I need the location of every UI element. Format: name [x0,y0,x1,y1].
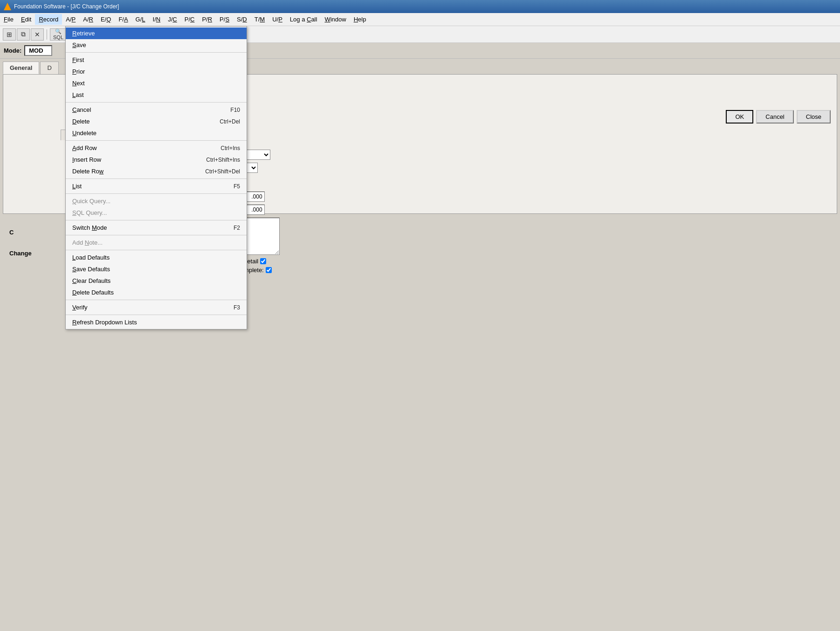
menu-item-verify[interactable]: VerifyF3 [66,302,247,313]
menu-item-label-last: Last [72,91,240,98]
menu-item-label-undelete: Undelete [72,130,240,137]
menu-item-label-sqlquery: SQL Query... [72,209,240,216]
unit-price-checkbox[interactable] [260,258,266,264]
menu-bar-overlay: File Edit Record A/P A/R E/Q F/A G/L I/N… [0,13,840,26]
menu-shortcut-delete: Ctrl+Del [220,118,240,125]
menu-item-deleterow[interactable]: Delete RowCtrl+Shift+Del [66,165,247,177]
menu-help[interactable]: Help [350,14,370,25]
menu-ap[interactable]: A/P [62,14,79,25]
close-button[interactable]: Close [797,110,831,123]
menu-shortcut-addrow: Ctrl+Ins [220,145,240,151]
menu-item-label-loaddefaults: Load Defaults [72,254,240,261]
menu-separator [66,300,247,300]
menu-item-deletedefaults[interactable]: Delete Defaults [66,287,247,298]
title-text: Foundation Software - [J/C Change Order] [14,3,119,10]
menu-item-switchmode[interactable]: Switch ModeF2 [66,222,247,233]
menu-item-label-verify: Verify [72,304,234,311]
toolbar-search-btn[interactable]: 🔍SQL [50,28,67,41]
menu-fa[interactable]: F/A [115,14,131,25]
menu-item-label-addrow: Add Row [72,144,220,151]
cancel-button[interactable]: Cancel [756,110,793,123]
menu-item-label-savedefaults: Save Defaults [72,266,240,273]
mode-label: Mode: [4,47,21,54]
menu-separator [66,315,247,315]
menu-item-label-prior: Prior [72,68,240,75]
menu-window[interactable]: Window [321,14,350,25]
menu-item-label-addnote: Add Note... [72,239,240,246]
menu-tm[interactable]: T/M [251,14,269,25]
menu-up[interactable]: U/P [269,14,286,25]
menu-item-savedefaults[interactable]: Save Defaults [66,263,247,275]
menu-item-insertrow[interactable]: Insert RowCtrl+Shift+Ins [66,154,247,165]
toolbar-copy-btn[interactable]: ⧉ [17,28,30,41]
menu-shortcut-cancel: F10 [230,107,240,113]
menu-separator [66,178,247,179]
menu-item-label-switchmode: Switch Mode [72,224,234,231]
menu-item-cleardefaults[interactable]: Clear Defaults [66,275,247,287]
menu-item-undelete[interactable]: Undelete [66,127,247,139]
menu-item-label-quickquery: Quick Query... [72,198,240,205]
menu-sd[interactable]: S/D [233,14,251,25]
app-icon [4,3,11,10]
menu-item-sqlquery: SQL Query... [66,207,247,219]
dialog-buttons: OK Cancel Close [726,110,831,123]
menu-item-label-cancel: Cancel [72,106,230,113]
menu-item-label-insertrow: Insert Row [72,156,206,163]
menu-item-label-deleterow: Delete Row [72,168,205,175]
tab-general[interactable]: General [3,62,39,74]
menu-in[interactable]: I/N [149,14,165,25]
menu-item-cancel[interactable]: CancelF10 [66,104,247,116]
menu-item-refreshdropdowns[interactable]: Refresh Dropdown Lists [66,316,247,328]
tab-d[interactable]: D [40,62,58,74]
menu-item-label-cleardefaults: Clear Defaults [72,277,240,284]
menu-item-prior[interactable]: Prior [66,66,247,77]
menu-item-label-first: First [72,56,240,63]
menu-item-label-delete: Delete [72,118,220,125]
menu-shortcut-deleterow: Ctrl+Shift+Del [205,168,240,175]
menu-item-delete[interactable]: DeleteCtrl+Del [66,116,247,127]
menu-separator [66,235,247,235]
menu-separator [66,140,247,141]
menu-item-retrieve[interactable]: Retrieve [66,27,247,39]
toolbar-sep-1 [47,29,47,40]
menu-eq[interactable]: E/Q [97,14,115,25]
menu-jc[interactable]: J/C [164,14,181,25]
menu-item-label-deletedefaults: Delete Defaults [72,289,240,296]
menu-separator [66,250,247,250]
record-dropdown-menu: RetrieveSaveFirstPriorNextLastCancelF10D… [65,26,247,329]
menu-logcall[interactable]: Log a Call [286,14,321,25]
menu-shortcut-verify: F3 [234,304,240,311]
change-label: Change [9,250,32,257]
toolbar-close-btn[interactable]: ✕ [31,28,44,41]
ok-button[interactable]: OK [726,110,753,123]
menu-item-loaddefaults[interactable]: Load Defaults [66,252,247,263]
menu-separator [66,102,247,103]
menu-pr[interactable]: P/R [198,14,216,25]
menu-ps[interactable]: P/S [216,14,233,25]
menu-item-first[interactable]: First [66,54,247,66]
menu-ar[interactable]: A/R [79,14,97,25]
menu-edit[interactable]: Edit [17,14,35,25]
menu-shortcut-insertrow: Ctrl+Shift+Ins [206,157,240,163]
menu-item-list[interactable]: ListF5 [66,180,247,192]
menu-item-next[interactable]: Next [66,77,247,89]
menu-item-addnote: Add Note... [66,237,247,248]
menu-item-label-list: List [72,183,234,190]
menu-separator [66,220,247,220]
toolbar-grid-btn[interactable]: ⊞ [3,28,16,41]
title-bar: Foundation Software - [J/C Change Order] [0,0,840,13]
menu-item-last[interactable]: Last [66,89,247,101]
menu-record[interactable]: Record [35,14,62,25]
menu-item-addrow[interactable]: Add RowCtrl+Ins [66,142,247,154]
menu-gl[interactable]: G/L [132,14,149,25]
menu-item-label-next: Next [72,80,240,87]
menu-item-save[interactable]: Save [66,39,247,51]
menu-file[interactable]: File [0,14,17,25]
percent-complete-checkbox[interactable] [266,267,272,273]
menu-pc[interactable]: P/C [181,14,199,25]
menu-separator [66,193,247,194]
menu-item-quickquery: Quick Query... [66,195,247,207]
menu-shortcut-list: F5 [234,183,240,190]
mode-value: MOD [24,45,52,56]
menu-shortcut-switchmode: F2 [234,225,240,231]
